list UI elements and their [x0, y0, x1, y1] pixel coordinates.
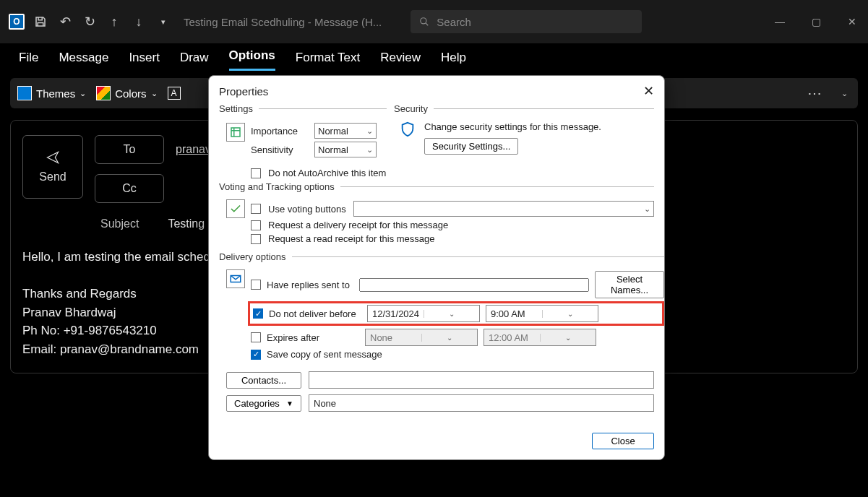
- autoarchive-checkbox[interactable]: [251, 168, 261, 178]
- read-receipt-checkbox[interactable]: [251, 234, 261, 244]
- autoarchive-label: Do not AutoArchive this item: [268, 168, 386, 178]
- settings-group: Settings Importance Normal Sensitivity N…: [219, 103, 387, 163]
- categories-label: Categories: [234, 398, 280, 409]
- security-settings-button[interactable]: Security Settings...: [424, 138, 518, 155]
- tab-format-text[interactable]: Format Text: [296, 51, 360, 71]
- chevron-down-icon: ⌄: [542, 310, 598, 318]
- chevron-down-icon: ⌄: [421, 334, 478, 342]
- chevron-down-icon: ⌄: [80, 89, 86, 98]
- tab-options[interactable]: Options: [229, 48, 275, 71]
- themes-label: Themes: [36, 87, 75, 100]
- delivery-legend: Delivery options: [219, 251, 292, 262]
- maximize-button[interactable]: ▢: [809, 16, 823, 27]
- delay-checkbox[interactable]: [253, 308, 263, 319]
- security-text: Change security settings for this messag…: [424, 121, 601, 132]
- send-icon: [43, 150, 63, 165]
- titlebar: O ↶ ↻ ↑ ↓ ▾ Testing Email Scedhuling - M…: [0, 0, 868, 43]
- sensitivity-select[interactable]: Normal: [314, 142, 377, 157]
- importance-select[interactable]: Normal: [314, 123, 377, 139]
- save-copy-label: Save copy of sent message: [267, 349, 382, 360]
- contacts-button[interactable]: Contacts...: [226, 372, 301, 389]
- close-button[interactable]: Close: [592, 433, 654, 449]
- delay-time-select[interactable]: 9:00 AM ⌄: [486, 305, 598, 322]
- settings-icon: [226, 123, 245, 142]
- delay-date-select[interactable]: 12/31/2024 ⌄: [367, 305, 480, 322]
- voting-group: Voting and Tracking options Use voting b…: [219, 181, 654, 250]
- ribbon-overflow[interactable]: ⋯: [807, 85, 822, 102]
- undo-icon[interactable]: ↶: [58, 14, 72, 29]
- shield-icon: [400, 121, 416, 137]
- search-box[interactable]: Search: [411, 10, 642, 33]
- cc-button[interactable]: Cc: [95, 174, 164, 203]
- svg-rect-1: [231, 128, 240, 137]
- collapse-ribbon-icon[interactable]: ⌄: [841, 89, 848, 98]
- replies-checkbox[interactable]: [251, 280, 261, 290]
- sensitivity-label: Sensitivity: [251, 144, 307, 155]
- fonts-button[interactable]: A: [168, 87, 181, 100]
- voting-icon: [226, 199, 245, 218]
- dialog-title: Properties: [219, 85, 268, 98]
- categories-input[interactable]: None: [309, 394, 654, 412]
- replies-input[interactable]: [359, 278, 589, 292]
- delay-delivery-highlight: Do not deliver before 12/31/2024 ⌄ 9:00 …: [248, 301, 664, 326]
- ribbon-tabs: File Message Insert Draw Options Format …: [0, 43, 868, 71]
- tab-file[interactable]: File: [19, 51, 38, 71]
- chevron-down-icon: ⌄: [424, 310, 479, 318]
- delivery-receipt-checkbox[interactable]: [251, 220, 261, 230]
- delivery-group: Delivery options Have replies sent to Se…: [219, 251, 664, 366]
- svg-point-0: [421, 18, 426, 24]
- delay-time-value: 9:00 AM: [486, 308, 542, 319]
- close-window-button[interactable]: ✕: [845, 16, 859, 27]
- dialog-close-button[interactable]: ✕: [643, 83, 654, 99]
- chevron-down-icon: ⌄: [540, 334, 596, 342]
- expires-label: Expires after: [267, 332, 359, 343]
- delay-label: Do not deliver before: [269, 308, 361, 319]
- voting-checkbox[interactable]: [251, 204, 261, 214]
- save-icon[interactable]: [33, 14, 48, 29]
- window-controls: — ▢ ✕: [773, 16, 859, 27]
- security-legend: Security: [394, 103, 434, 114]
- delay-date-value: 12/31/2024: [368, 308, 424, 319]
- importance-label: Importance: [251, 126, 307, 137]
- redo-icon[interactable]: ↻: [82, 14, 97, 29]
- to-button[interactable]: To: [95, 135, 164, 164]
- save-copy-checkbox[interactable]: [251, 350, 261, 360]
- select-names-button[interactable]: Select Names...: [595, 271, 664, 298]
- chevron-down-icon: ▼: [286, 399, 293, 407]
- contacts-input[interactable]: [309, 371, 654, 389]
- categories-button[interactable]: Categories ▼: [226, 395, 301, 412]
- tab-message[interactable]: Message: [59, 51, 108, 71]
- colors-icon: [96, 86, 111, 100]
- themes-button[interactable]: Themes ⌄: [17, 86, 86, 100]
- settings-legend: Settings: [219, 103, 259, 114]
- delivery-receipt-label: Request a delivery receipt for this mess…: [268, 220, 448, 230]
- down-arrow-icon[interactable]: ↓: [132, 14, 146, 29]
- up-arrow-icon[interactable]: ↑: [107, 14, 121, 29]
- send-button[interactable]: Send: [22, 135, 83, 199]
- outlook-icon: O: [9, 14, 25, 30]
- expires-date-select: None ⌄: [365, 329, 478, 346]
- window-title: Testing Email Scedhuling - Message (H...: [184, 16, 382, 28]
- tab-help[interactable]: Help: [441, 51, 466, 71]
- tab-draw[interactable]: Draw: [180, 51, 209, 71]
- expires-date-value: None: [366, 332, 421, 343]
- expires-checkbox[interactable]: [251, 332, 261, 342]
- voting-select[interactable]: [353, 201, 654, 217]
- colors-button[interactable]: Colors ⌄: [96, 86, 157, 100]
- security-group: Security Change security settings for th…: [394, 103, 654, 162]
- search-icon: [419, 17, 429, 27]
- read-receipt-label: Request a read receipt for this message: [268, 233, 435, 244]
- chevron-down-icon: ⌄: [151, 89, 158, 98]
- quick-access-toolbar: ↶ ↻ ↑ ↓ ▾: [33, 14, 171, 29]
- tab-insert[interactable]: Insert: [129, 51, 160, 71]
- qat-more-icon[interactable]: ▾: [156, 14, 171, 29]
- colors-label: Colors: [115, 87, 146, 100]
- subject-label: Subject: [100, 217, 139, 230]
- search-placeholder: Search: [437, 16, 471, 28]
- tab-review[interactable]: Review: [380, 51, 421, 71]
- send-label: Send: [39, 170, 66, 183]
- replies-label: Have replies sent to: [267, 280, 353, 290]
- voting-label: Use voting buttons: [268, 204, 346, 215]
- minimize-button[interactable]: —: [773, 16, 787, 27]
- delivery-icon: [226, 269, 245, 288]
